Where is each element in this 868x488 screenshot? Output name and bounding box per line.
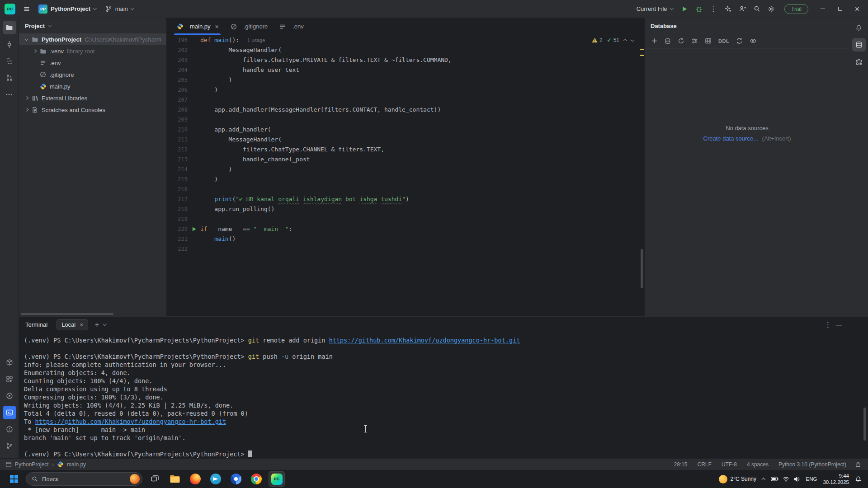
file-explorer-button[interactable] bbox=[167, 471, 183, 487]
version-control-tool-button[interactable] bbox=[3, 439, 16, 453]
maximize-button[interactable] bbox=[832, 2, 848, 16]
weather-widget[interactable]: 2°C Sunny bbox=[719, 475, 757, 483]
notifications-tool-button[interactable] bbox=[852, 21, 866, 34]
line-number[interactable]: 207 bbox=[167, 95, 188, 105]
new-terminal-button[interactable]: + bbox=[94, 321, 99, 328]
status-item-4-spaces[interactable]: 4 spaces bbox=[747, 461, 769, 468]
status-project[interactable]: PythonProject bbox=[15, 461, 49, 468]
commit-tool-button[interactable] bbox=[3, 38, 16, 51]
editor-scrollbar[interactable] bbox=[640, 35, 644, 316]
code-line-204[interactable]: 204 handle_user_text bbox=[167, 65, 644, 75]
close-tab-icon[interactable]: × bbox=[215, 23, 219, 30]
run-gutter-icon[interactable] bbox=[188, 224, 200, 234]
taskbar-search[interactable] bbox=[26, 472, 142, 486]
code-line-220[interactable]: 220if __name__ == "__main__": bbox=[167, 224, 644, 234]
line-number[interactable]: 208 bbox=[167, 105, 188, 115]
db-add-button[interactable] bbox=[651, 37, 658, 46]
code-line-211[interactable]: 211 MessageHandler( bbox=[167, 135, 644, 145]
code-line-216[interactable]: 216 bbox=[167, 184, 644, 194]
code-line-209[interactable]: 209 bbox=[167, 115, 644, 125]
lock-icon[interactable] bbox=[855, 461, 861, 467]
search-input[interactable] bbox=[42, 476, 126, 483]
line-number[interactable]: 214 bbox=[167, 164, 188, 174]
language-indicator[interactable]: ENG bbox=[806, 476, 817, 482]
line-number[interactable]: 221 bbox=[167, 234, 188, 244]
line-number[interactable]: 215 bbox=[167, 174, 188, 184]
code-line-217[interactable]: 217 print("✔ HR kanal orqali ishlaydigan… bbox=[167, 194, 644, 204]
status-item-crlf[interactable]: CRLF bbox=[698, 461, 712, 468]
project-tool-button[interactable] bbox=[3, 21, 16, 34]
tree-item-main-py[interactable]: main.py bbox=[19, 80, 166, 92]
code-area[interactable]: 202 MessageHandler(203 filters.ChatType.… bbox=[167, 45, 644, 254]
terminal-title[interactable]: Terminal bbox=[25, 321, 47, 328]
pycharm-logo-icon[interactable]: PC bbox=[5, 4, 15, 14]
database-tool-button[interactable] bbox=[852, 38, 866, 52]
editor-tab--gitignore[interactable]: .gitignore bbox=[224, 18, 273, 35]
ai-assistant-button[interactable] bbox=[721, 2, 735, 16]
main-menu-icon[interactable] bbox=[20, 2, 33, 16]
inspections-widget[interactable]: 2 ✓51 bbox=[589, 36, 636, 44]
line-number[interactable]: 218 bbox=[167, 204, 188, 214]
project-panel-header[interactable]: Project bbox=[19, 18, 166, 33]
code-line-202[interactable]: 202 MessageHandler( bbox=[167, 45, 644, 55]
task-view-button[interactable] bbox=[146, 471, 163, 487]
line-number[interactable]: 206 bbox=[167, 85, 188, 95]
scrollbar-thumb[interactable] bbox=[641, 249, 643, 288]
line-number[interactable]: 205 bbox=[167, 75, 188, 85]
telegram-button[interactable] bbox=[208, 471, 224, 487]
terminal-type-chevron-icon[interactable] bbox=[103, 322, 107, 326]
tree-item-external-libraries[interactable]: External Libraries bbox=[19, 92, 166, 104]
clock-widget[interactable]: 9:44 30.12.2025 bbox=[823, 473, 849, 485]
terminal-tool-button[interactable] bbox=[3, 406, 16, 419]
create-data-source-link[interactable]: Create data source... bbox=[703, 135, 758, 142]
db-table-button[interactable] bbox=[705, 37, 712, 46]
debug-button[interactable] bbox=[692, 2, 706, 16]
code-line-218[interactable]: 218 app.run_polling() bbox=[167, 204, 644, 214]
db-source-properties-button[interactable] bbox=[665, 37, 671, 46]
firefox-button[interactable] bbox=[187, 471, 203, 487]
problems-tool-button[interactable] bbox=[3, 422, 16, 436]
status-file[interactable]: main.py bbox=[67, 461, 86, 468]
search-everywhere-button[interactable] bbox=[750, 2, 764, 16]
code-line-203[interactable]: 203 filters.ChatType.PRIVATE & filters.T… bbox=[167, 55, 644, 65]
code-line-208[interactable]: 208 app.add_handler(MessageHandler(filte… bbox=[167, 105, 644, 115]
line-number[interactable]: 210 bbox=[167, 125, 188, 135]
tree-item-pythonproject[interactable]: PythonProjectC:\Users\Khakimovf\Pycharm bbox=[19, 33, 166, 45]
python-packages-tool-button[interactable] bbox=[3, 356, 16, 369]
next-problem-icon[interactable] bbox=[630, 38, 634, 42]
tray-overflow-icon[interactable] bbox=[762, 478, 765, 482]
tree-toggle[interactable] bbox=[23, 108, 31, 111]
code-line-210[interactable]: 210 app.add_handler( bbox=[167, 125, 644, 135]
db-view-options-button[interactable] bbox=[750, 37, 757, 46]
pycharm-taskbar-button[interactable]: PC bbox=[269, 471, 285, 487]
services-tool-button[interactable] bbox=[3, 372, 16, 386]
code-line-205[interactable]: 205 ) bbox=[167, 75, 644, 85]
database-panel-header[interactable]: Database bbox=[645, 18, 849, 33]
previous-problem-icon[interactable] bbox=[623, 39, 627, 43]
close-button[interactable]: × bbox=[849, 2, 865, 16]
line-number[interactable]: 211 bbox=[167, 135, 188, 145]
tree-item--env[interactable]: .env bbox=[19, 57, 166, 69]
terminal-output[interactable]: (.venv) PS C:\Users\Khakimovf\PycharmPro… bbox=[19, 333, 868, 458]
tree-item--gitignore[interactable]: .gitignore bbox=[19, 69, 166, 80]
editor-tab-main-py[interactable]: main.py× bbox=[170, 18, 224, 35]
code-line-213[interactable]: 213 handle_channel_post bbox=[167, 155, 644, 164]
line-number[interactable]: 219 bbox=[167, 214, 188, 224]
chromium-button[interactable] bbox=[228, 471, 244, 487]
code-line-214[interactable]: 214 ) bbox=[167, 164, 644, 174]
run-button[interactable] bbox=[678, 2, 691, 16]
line-number[interactable]: 203 bbox=[167, 55, 188, 65]
project-horizontal-scrollbar[interactable] bbox=[21, 313, 113, 315]
run-configuration-selector[interactable]: Current File bbox=[632, 2, 677, 16]
db-diff-button[interactable] bbox=[736, 37, 743, 46]
run-tool-button[interactable] bbox=[3, 389, 16, 403]
status-item-utf-8[interactable]: UTF-8 bbox=[722, 461, 737, 468]
chrome-button[interactable] bbox=[248, 471, 264, 487]
db-filter-button[interactable] bbox=[691, 37, 698, 46]
line-number[interactable]: 202 bbox=[167, 45, 188, 55]
terminal-link[interactable]: https://github.com/Khakimovf/uzdongyangc… bbox=[329, 337, 520, 344]
branch-selector[interactable]: main bbox=[101, 2, 138, 16]
code-line-215[interactable]: 215 ) bbox=[167, 174, 644, 184]
more-tool-windows-button[interactable]: ⋮ bbox=[3, 88, 16, 101]
scrollbar-thumb[interactable] bbox=[863, 408, 866, 441]
